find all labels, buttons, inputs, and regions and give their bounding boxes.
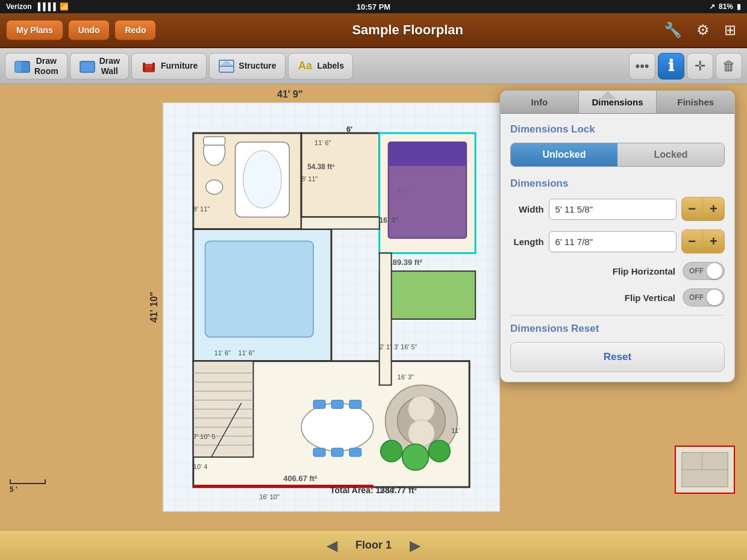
svg-text:8' 11": 8' 11" <box>193 205 210 213</box>
battery-label: 81% <box>719 2 733 11</box>
length-label: Length <box>510 237 544 247</box>
draw-room-icon <box>14 58 31 75</box>
my-plans-button[interactable]: My Plans <box>6 20 63 40</box>
draw-room-button[interactable]: DrawRoom <box>5 53 67 79</box>
minimap[interactable] <box>675 446 735 494</box>
move-icon: ✛ <box>695 58 705 74</box>
svg-text:16' 10": 16' 10" <box>259 493 280 500</box>
unlocked-button[interactable]: Unlocked <box>511 143 617 166</box>
prev-floor-button[interactable]: ◀ <box>320 537 343 554</box>
svg-rect-6 <box>152 63 155 71</box>
length-stepper: − + <box>681 229 725 254</box>
svg-point-55 <box>402 444 429 470</box>
tab-dimensions[interactable]: Dimensions <box>579 91 657 113</box>
floorplan-canvas[interactable]: 103.15 ft² 54.38 ft² 119.72 ft² 189.39 f… <box>163 102 500 512</box>
flip-horizontal-row: Flip Horizontal OFF <box>510 262 725 280</box>
svg-text:11' 6": 11' 6" <box>214 349 231 356</box>
length-input[interactable] <box>549 231 677 252</box>
tab-info[interactable]: Info <box>501 91 579 113</box>
top-dimension-label: 41' 9" <box>277 89 303 100</box>
length-row: Length − + <box>510 229 725 254</box>
svg-text:8' 11": 8' 11" <box>301 175 317 182</box>
flip-vertical-value: OFF <box>689 293 704 302</box>
structure-label: Structure <box>239 61 276 71</box>
locked-button[interactable]: Locked <box>617 143 724 166</box>
flip-vertical-label: Flip Vertical <box>510 293 683 303</box>
flip-horizontal-value: OFF <box>689 267 704 275</box>
svg-text:10' 4: 10' 4 <box>193 463 207 470</box>
info-icon: ℹ <box>668 57 674 75</box>
labels-label: Labels <box>317 61 344 71</box>
wifi-icon: 📶 <box>60 2 69 11</box>
svg-point-49 <box>408 396 435 422</box>
scale-label: 5 ' <box>10 485 17 494</box>
svg-text:7' 10" 5: 7' 10" 5 <box>193 433 215 440</box>
flip-horizontal-toggle[interactable]: OFF <box>683 262 725 280</box>
length-decrement-button[interactable]: − <box>682 230 703 253</box>
svg-rect-42 <box>331 400 343 408</box>
floor-label: Floor 1 <box>355 539 392 552</box>
lock-toggle: Unlocked Locked <box>510 143 725 167</box>
svg-point-56 <box>428 440 450 462</box>
svg-rect-43 <box>349 400 361 408</box>
svg-text:4' 6": 4' 6" <box>398 187 410 194</box>
status-right: ↗ 81% ▮ <box>709 2 741 11</box>
location-icon: ↗ <box>709 2 715 11</box>
flip-horizontal-label: Flip Horizontal <box>510 266 683 276</box>
flip-vertical-toggle[interactable]: OFF <box>683 288 725 306</box>
trash-button[interactable]: 🗑 <box>716 53 742 79</box>
width-label: Width <box>510 204 544 214</box>
furniture-button[interactable]: Furniture <box>131 53 207 79</box>
app-title: Sample Floorplan <box>161 22 654 38</box>
settings-button[interactable]: ⚙ <box>692 19 714 41</box>
svg-text:2' 1" 3' 16' 5": 2' 1" 3' 16' 5" <box>380 343 417 350</box>
status-bar: Verizon ▐▐▐▐ 📶 10:57 PM ↗ 81% ▮ <box>0 0 747 13</box>
structure-icon <box>218 58 235 75</box>
reset-button[interactable]: Reset <box>510 342 725 372</box>
next-floor-button[interactable]: ▶ <box>404 537 427 554</box>
reset-title: Dimensions Reset <box>510 323 725 335</box>
svg-rect-14 <box>204 137 225 145</box>
more-button[interactable]: ••• <box>629 53 655 79</box>
furniture-icon <box>140 58 157 75</box>
svg-point-40 <box>301 403 374 451</box>
labels-icon: Aa <box>297 58 314 75</box>
tab-finishes[interactable]: Finishes <box>657 91 734 113</box>
svg-text:11' 6": 11' 6" <box>314 139 331 146</box>
flip-vertical-row: Flip Vertical OFF <box>510 288 725 306</box>
layers-button[interactable]: ⊞ <box>719 19 741 41</box>
svg-text:189.39 ft²: 189.39 ft² <box>389 258 423 267</box>
carrier-label: Verizon <box>6 2 32 11</box>
svg-rect-1 <box>15 61 21 72</box>
length-increment-button[interactable]: + <box>703 230 724 253</box>
wrench-button[interactable]: 🔧 <box>659 19 687 41</box>
svg-text:6': 6' <box>346 125 352 134</box>
svg-rect-2 <box>80 61 95 72</box>
trash-icon: 🗑 <box>722 58 736 74</box>
svg-text:406.67 ft²: 406.67 ft² <box>283 474 317 483</box>
status-time: 10:57 PM <box>357 2 390 11</box>
total-area-label: Total Area: 1384.77 ft² <box>330 485 417 495</box>
dimensions-panel: Info Dimensions Finishes Dimensions Lock… <box>500 90 735 382</box>
svg-rect-45 <box>331 448 343 456</box>
svg-point-17 <box>243 151 282 208</box>
draw-room-label: DrawRoom <box>34 56 58 76</box>
svg-text:11' 6": 11' 6" <box>239 349 255 356</box>
svg-rect-53 <box>380 271 475 319</box>
draw-wall-button[interactable]: DrawWall <box>70 53 129 79</box>
width-input[interactable] <box>549 199 677 220</box>
labels-button[interactable]: Aa Labels <box>288 53 353 79</box>
width-increment-button[interactable]: + <box>703 198 724 220</box>
tool-row: DrawRoom DrawWall Furniture <box>0 48 747 84</box>
redo-button[interactable]: Redo <box>114 20 156 40</box>
main-area: 41' 9" 41' 10" 103.15 ft² <box>0 84 747 530</box>
info-button[interactable]: ℹ <box>658 53 684 79</box>
width-decrement-button[interactable]: − <box>682 198 703 220</box>
flip-horizontal-knob <box>707 263 722 279</box>
undo-button[interactable]: Undo <box>68 20 110 40</box>
scale-indicator: 5 ' <box>10 479 46 494</box>
svg-rect-76 <box>682 453 702 470</box>
scale-bar <box>10 479 46 484</box>
structure-button[interactable]: Structure <box>209 53 285 79</box>
move-button[interactable]: ✛ <box>687 53 713 79</box>
